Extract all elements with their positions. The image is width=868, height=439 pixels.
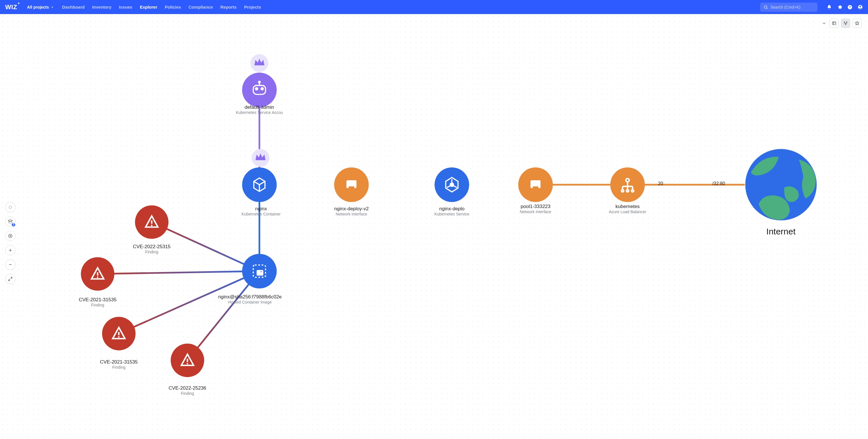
node-load-balancer[interactable] [610, 167, 645, 202]
chevron-down-icon [51, 6, 54, 9]
svg-point-0 [764, 5, 767, 8]
search-box[interactable] [760, 3, 817, 12]
nav-items: Dashboard Inventory Issues Explorer Poli… [62, 5, 261, 9]
node-cve-2[interactable] [81, 257, 115, 291]
svg-point-76 [187, 363, 188, 365]
svg-point-33 [242, 72, 276, 107]
top-nav: WIZ✦ All projects Dashboard Inventory Is… [0, 0, 868, 14]
svg-point-70 [97, 277, 98, 278]
node-netif-1[interactable] [334, 167, 369, 202]
svg-point-47 [450, 183, 454, 187]
user-icon[interactable] [858, 5, 863, 10]
help-icon[interactable]: ? [847, 5, 852, 10]
graph-nodes [81, 54, 817, 377]
node-cve-3[interactable] [102, 317, 136, 350]
node-service-account[interactable] [242, 54, 276, 107]
svg-line-29 [152, 222, 259, 271]
svg-rect-44 [349, 187, 354, 189]
svg-point-5 [859, 6, 861, 7]
svg-point-64 [260, 271, 262, 273]
node-cve-1[interactable] [135, 206, 168, 239]
svg-point-73 [118, 336, 119, 338]
sparkle-icon: ✦ [18, 2, 20, 5]
nav-reports[interactable]: Reports [220, 5, 237, 9]
svg-line-31 [119, 271, 259, 334]
graph-canvas[interactable]: 2 [0, 14, 868, 439]
node-nginx-container[interactable] [242, 149, 276, 202]
nav-projects[interactable]: Projects [244, 5, 261, 9]
top-right-icons: ? [827, 5, 863, 10]
graph-edges [98, 101, 745, 360]
nav-issues[interactable]: Issues [119, 5, 132, 9]
node-container-image[interactable] [242, 254, 276, 288]
svg-line-30 [98, 271, 259, 274]
svg-line-1 [767, 8, 768, 9]
svg-rect-53 [533, 187, 538, 189]
svg-point-36 [261, 88, 264, 90]
node-cve-4[interactable] [171, 344, 205, 377]
crown-badge-icon [251, 54, 268, 72]
search-icon [764, 5, 768, 9]
graph-svg [0, 14, 868, 439]
bell-icon[interactable] [827, 5, 832, 10]
nav-policies[interactable]: Policies [165, 5, 181, 9]
node-k8s-service[interactable] [435, 167, 469, 202]
svg-point-67 [151, 225, 152, 226]
svg-point-38 [259, 81, 260, 83]
nav-inventory[interactable]: Inventory [92, 5, 112, 9]
svg-point-35 [255, 88, 258, 90]
project-picker[interactable]: All projects [27, 5, 53, 9]
node-internet[interactable] [745, 149, 817, 220]
search-input[interactable] [770, 5, 808, 9]
nav-compliance[interactable]: Compliance [189, 5, 213, 9]
crown-badge-icon [251, 149, 269, 167]
nav-explorer[interactable]: Explorer [140, 5, 157, 9]
node-netif-2[interactable] [518, 167, 553, 202]
svg-text:?: ? [849, 5, 851, 9]
nav-dashboard[interactable]: Dashboard [62, 5, 85, 9]
gear-icon[interactable] [837, 5, 842, 10]
brand-logo: WIZ✦ [5, 3, 21, 11]
